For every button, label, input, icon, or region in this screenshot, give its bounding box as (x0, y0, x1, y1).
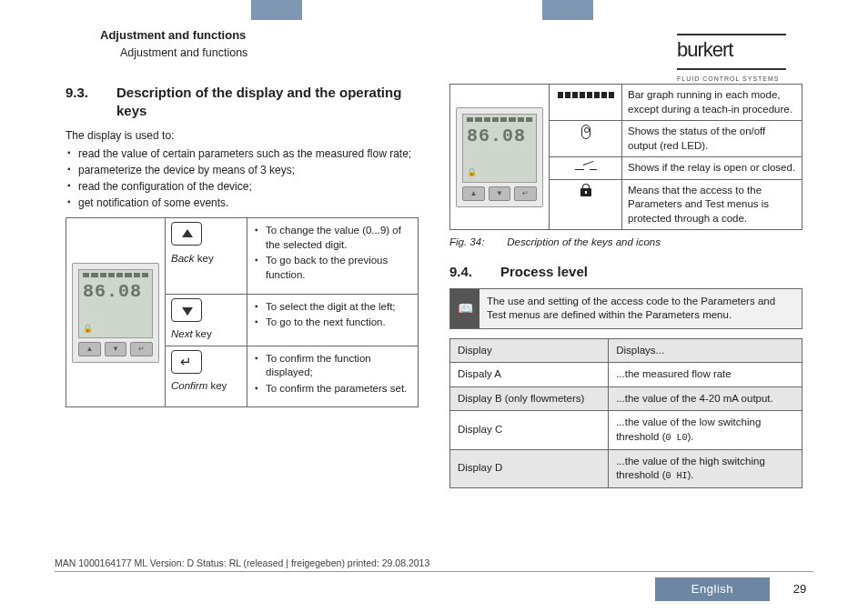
language-badge: English (655, 577, 770, 601)
header-titles: Adjustment and functions Adjustment and … (100, 27, 247, 60)
disp-row-value: ...the measured flow rate (609, 363, 802, 387)
led-icon (581, 125, 590, 139)
disp-header-2: Displays... (609, 338, 802, 363)
left-column: 9.3. Description of the display and the … (66, 84, 419, 548)
note-box: 📖 The use and setting of the access code… (449, 288, 802, 329)
led-desc: Shows the status of the on/off output (r… (622, 121, 802, 157)
tab-decor-right (542, 0, 593, 20)
func-item: To confirm the function displayed; (253, 352, 412, 380)
disp-row-label: Dispaly A (450, 363, 609, 387)
page-number: 29 (786, 581, 813, 597)
func-item: To select the digit at the left; (253, 300, 412, 315)
func-item: To change the value (0...9) of the selec… (253, 224, 412, 252)
key-suffix: key (193, 328, 212, 339)
func-item: To go back to the previous function. (253, 254, 412, 282)
page-header: Adjustment and functions Adjustment and … (55, 25, 813, 65)
icons-table: 86.08 🔒 ▲▼↵ Bar graph running in each mo… (449, 84, 802, 230)
bargraph-icon-cell (550, 85, 622, 121)
note-text: The use and setting of the access code t… (479, 289, 802, 328)
uses-list: read the value of certain parameters suc… (66, 146, 419, 211)
led-icon-cell (550, 121, 622, 157)
tab-decor-left (251, 0, 302, 20)
key-next-cell: Next key (166, 294, 247, 346)
relay-icon-cell (550, 157, 622, 180)
uses-item: read the configuration of the device; (66, 179, 419, 194)
disp-row-label: Display D (450, 449, 609, 487)
lock-desc: Means that the access to the Parameters … (622, 179, 802, 230)
section-number: 9.3. (66, 84, 116, 121)
section-title: Process level (500, 263, 802, 281)
key-back-funcs: To change the value (0...9) of the selec… (247, 218, 419, 294)
func-item: To go to the next function. (253, 316, 412, 330)
device-cell: 86.08 🔒 ▲▼↵ (66, 218, 166, 407)
display-table: Display Displays... Dispaly A ...the mea… (449, 338, 802, 488)
device-cell-2: 86.08 🔒 ▲▼↵ (450, 85, 550, 230)
section-9-4-heading: 9.4. Process level (449, 263, 802, 281)
top-tabs (0, 0, 868, 20)
burkert-logo: burkert FLUID CONTROL SYSTEMS (677, 25, 813, 84)
bargraph-desc: Bar graph running in each mode, except d… (622, 85, 802, 121)
disp-row-value: ...the value of the high switching thres… (609, 449, 802, 487)
disp-row-value: ...the value of the 4-20 mA output. (609, 386, 802, 411)
section-number: 9.4. (449, 263, 500, 281)
disp-row-label: Display C (450, 411, 609, 449)
lock-icon-cell (550, 179, 622, 230)
section-9-3-heading: 9.3. Description of the display and the … (66, 84, 419, 121)
func-item: To confirm the parameters set. (253, 382, 412, 396)
uses-item: parameterize the device by means of 3 ke… (66, 163, 419, 177)
right-column: 86.08 🔒 ▲▼↵ Bar graph running in each mo… (449, 84, 802, 548)
confirm-key-icon (171, 350, 202, 374)
figure-34-caption: Fig. 34: Description of the keys and ico… (449, 236, 802, 250)
relay-desc: Shows if the relay is open or closed. (622, 157, 802, 180)
key-back-cell: Back key (166, 218, 247, 294)
key-next-funcs: To select the digit at the left; To go t… (247, 294, 419, 346)
key-confirm-cell: Confirm key (166, 346, 247, 407)
disp-header-1: Display (450, 338, 609, 363)
page-footer: MAN 1000164177 ML Version: D Status: RL … (55, 557, 813, 601)
header-title-bold: Adjustment and functions (100, 27, 247, 44)
footer-meta: MAN 1000164177 ML Version: D Status: RL … (55, 557, 813, 572)
key-name: Confirm (171, 380, 207, 391)
key-suffix: key (195, 253, 214, 264)
relay-icon (575, 162, 597, 171)
key-suffix: key (207, 380, 227, 391)
lock-icon (580, 184, 591, 196)
uses-item: read the value of certain parameters suc… (66, 146, 419, 161)
page-body: 9.3. Description of the display and the … (66, 84, 802, 548)
intro-text: The display is used to: (66, 128, 419, 143)
manual-icon: 📖 (450, 289, 479, 328)
key-name: Back (171, 253, 195, 264)
device-digits: 86.08 (467, 124, 526, 148)
disp-row-value: ...the value of the low switching thresh… (609, 411, 802, 449)
header-title-plain: Adjustment and functions (120, 45, 247, 61)
key-name: Next (171, 328, 193, 339)
device-illustration: 86.08 🔒 ▲▼↵ (456, 107, 543, 207)
logo-subtext: FLUID CONTROL SYSTEMS (677, 75, 813, 83)
logo-text: burkert (677, 40, 813, 60)
disp-row-label: Display B (only flowmeters) (450, 386, 609, 411)
up-key-icon (171, 222, 202, 246)
key-confirm-funcs: To confirm the function displayed; To co… (247, 346, 419, 407)
uses-item: get notification of some events. (66, 196, 419, 210)
down-key-icon (171, 298, 202, 322)
figure-text: Description of the keys and icons (507, 236, 661, 247)
device-illustration: 86.08 🔒 ▲▼↵ (72, 263, 159, 363)
section-title: Description of the display and the opera… (116, 84, 419, 121)
figure-number: Fig. 34: (449, 236, 504, 250)
device-digits: 86.08 (83, 279, 142, 304)
bargraph-icon (558, 92, 614, 98)
keys-table: 86.08 🔒 ▲▼↵ Back key To change the value… (66, 217, 419, 407)
